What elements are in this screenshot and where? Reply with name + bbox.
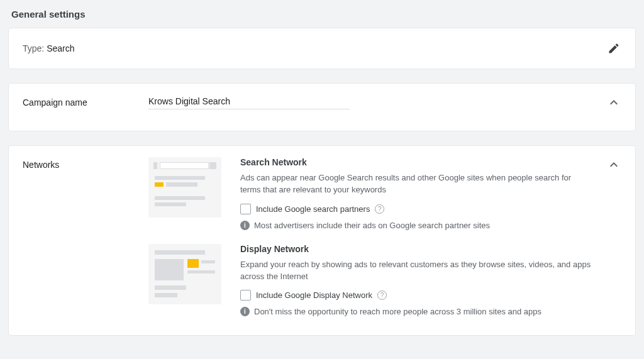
type-label: Type: [23,43,47,53]
search-network-info-text: Most advertisers include their ads on Go… [254,221,490,230]
page-title: General settings [11,9,633,19]
type-text: Type: Search [23,43,75,53]
display-network-info-text: Don't miss the opportunity to reach more… [254,307,541,316]
search-network-desc: Ads can appear near Google Search result… [240,172,592,196]
search-network-info-row: i Most advertisers include their ads on … [240,221,592,230]
type-value: Search [47,43,74,53]
campaign-name-input[interactable] [148,95,350,109]
help-icon[interactable]: ? [377,290,387,300]
chevron-up-icon [606,157,621,172]
display-network-title: Display Network [240,244,592,254]
search-network-thumbnail [148,157,221,218]
help-icon[interactable]: ? [375,204,384,214]
include-search-partners-label: Include Google search partners [256,204,370,214]
display-network-thumbnail [148,244,221,304]
chevron-up-icon [606,95,621,110]
campaign-name-label: Campaign name [23,95,148,108]
networks-label: Networks [23,157,148,316]
include-search-partners-checkbox[interactable] [240,204,251,214]
info-icon: i [240,221,250,230]
campaign-name-card: Campaign name [9,84,635,131]
include-display-network-checkbox[interactable] [240,290,251,301]
include-display-network-label: Include Google Display Network [256,290,372,300]
pencil-icon [608,42,620,55]
info-icon: i [240,307,250,316]
edit-type-button[interactable] [606,41,621,56]
collapse-campaign-button[interactable] [606,95,621,110]
search-network-title: Search Network [240,157,592,167]
type-card: Type: Search [9,28,635,69]
collapse-networks-button[interactable] [606,157,621,172]
display-network-desc: Expand your reach by showing ads to rele… [240,259,592,283]
networks-card: Networks Search Network Ads can appear n… [9,146,635,335]
display-network-row: Display Network Expand your reach by sho… [148,244,621,317]
display-network-info-row: i Don't miss the opportunity to reach mo… [240,307,592,316]
search-network-row: Search Network Ads can appear near Googl… [148,157,621,230]
